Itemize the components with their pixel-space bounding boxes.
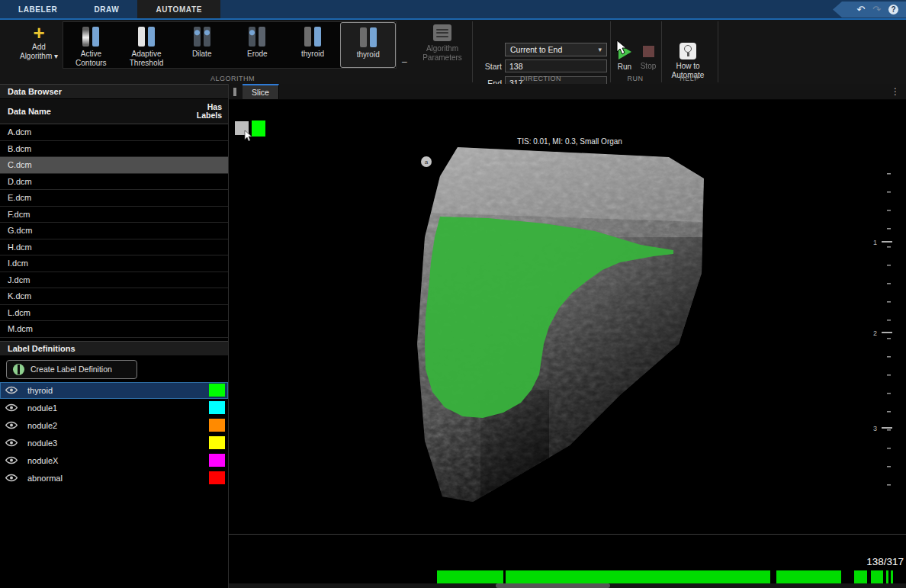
labeled-slice-segment[interactable] [871,570,883,583]
undo-icon[interactable]: ↶ [856,5,865,14]
data-row[interactable]: L.dcm [0,305,228,322]
labeled-slice-segment[interactable] [776,570,841,583]
data-row[interactable]: M.dcm [0,321,228,338]
start-label: Start [479,62,502,71]
tab-draw[interactable]: DRAW [76,0,137,18]
create-label-definition-label: Create Label Definition [31,365,112,374]
label-row[interactable]: noduleX [0,452,228,469]
labeled-slice-segment[interactable] [886,570,888,583]
gallery-item-dilate[interactable]: Dilate [174,22,230,68]
label-name: noduleX [18,456,209,465]
label-definitions-header: Label Definitions [0,341,228,356]
eye-icon[interactable] [5,439,18,447]
data-row-name: K.dcm [8,291,31,300]
start-slice-input[interactable] [505,59,607,72]
label-row[interactable]: abnormal [0,470,228,487]
ultrasound-slice-canvas[interactable]: TIS: 0.01, MI: 0.3, Small Organ a 1 2 3 [229,100,906,534]
direction-dropdown[interactable]: Current to End ▾ [505,43,607,56]
data-row-name: D.dcm [8,177,32,186]
tab-slice[interactable]: Slice [243,84,279,99]
viewer-options-icon[interactable]: ⋮ [891,86,900,97]
slice-position-label: 138/317 [866,556,904,567]
stop-button-disabled[interactable]: Stop [638,46,659,71]
add-algorithm-button[interactable]: + Add Algorithm ▾ [15,23,63,73]
label-row[interactable]: nodule3 [0,435,228,451]
slice-scrollbar[interactable] [229,583,906,588]
data-row-name: C.dcm [8,160,32,169]
column-data-name: Data Name [8,107,51,116]
data-row-selected[interactable]: C.dcm [0,157,228,174]
quick-access-toolbar: ↶ ↷ ? [833,2,906,18]
data-row[interactable]: E.dcm [0,190,228,207]
data-row[interactable]: G.dcm [0,223,228,239]
data-row[interactable]: D.dcm [0,174,228,191]
dilate-icon [194,27,210,47]
label-color-swatch[interactable] [209,436,225,449]
algorithm-parameters-button-disabled[interactable]: Algorithm Parameters [416,24,468,63]
gallery-overflow-icon[interactable]: – [402,56,407,67]
gallery-item-thyroid-1[interactable]: thyroid [285,22,341,68]
create-label-definition-button[interactable]: Create Label Definition [6,360,137,379]
how-to-label-1: How to [676,62,699,71]
eye-icon[interactable] [5,421,18,429]
section-label-algorithm: ALGORITHM [210,75,255,82]
tab-automate[interactable]: AUTOMATE [137,0,220,18]
data-row[interactable]: A.dcm [0,124,228,141]
data-row[interactable]: B.dcm [0,141,228,158]
labeled-slice-segment[interactable] [854,570,867,583]
eye-icon[interactable] [5,456,18,464]
data-row-name: B.dcm [8,144,31,153]
label-row[interactable]: nodule1 [0,400,228,416]
data-browser-panel: Data Browser Data Name Has Labels A.dcm … [0,84,229,588]
algorithm-parameters-label-1: Algorithm [426,44,458,53]
label-color-swatch[interactable] [209,384,225,397]
panel-toggle-icon[interactable] [229,84,241,99]
eye-icon[interactable] [5,474,18,482]
labeled-slice-segment[interactable] [506,570,770,583]
ruler-label-3: 3 [873,425,877,432]
data-browser-column-header: Data Name Has Labels [0,99,228,124]
label-color-swatch[interactable] [209,471,225,484]
data-row[interactable]: H.dcm [0,239,228,256]
ultrasound-viewer[interactable]: TIS: 0.01, MI: 0.3, Small Organ a 1 2 3 [229,100,906,534]
gallery-label: Erode [247,50,268,59]
redo-icon[interactable]: ↷ [872,5,881,14]
slice-scrollbar-thumb[interactable] [496,583,610,588]
orientation-marker-letter: a [425,159,429,165]
label-row-selected[interactable]: thyroid [0,382,228,399]
label-name: abnormal [18,474,209,483]
label-color-swatch[interactable] [209,419,225,432]
help-icon[interactable]: ? [888,5,898,14]
column-has-labels: Has Labels [197,103,222,120]
tab-labeler[interactable]: LABELER [0,0,76,18]
active-contours-icon [82,27,99,47]
thyroid-algorithm-icon [304,27,321,47]
adaptive-threshold-icon [138,27,155,47]
data-row-name: I.dcm [8,259,28,268]
data-row[interactable]: J.dcm [0,272,228,289]
data-row[interactable]: K.dcm [0,288,228,305]
label-color-swatch[interactable] [209,401,225,414]
data-row-name: F.dcm [8,210,30,219]
stop-label: Stop [641,62,657,71]
add-algorithm-label-1: Add [32,43,46,52]
eye-icon[interactable] [5,386,18,394]
slider-segments[interactable] [229,535,906,588]
labeled-slice-segment[interactable] [891,570,893,583]
gallery-item-active-contours[interactable]: Active Contours [63,22,119,68]
stop-icon [643,46,654,57]
section-separator [718,21,718,82]
slice-viewer-area: Slice ⋮ [229,84,906,588]
gallery-item-adaptive-threshold[interactable]: Adaptive Threshold [119,22,175,68]
run-label: Run [618,63,631,72]
labeled-slice-segment[interactable] [437,570,503,583]
parameters-form-icon [433,24,451,41]
eye-icon[interactable] [5,403,18,412]
label-row[interactable]: nodule2 [0,417,228,434]
data-row[interactable]: F.dcm [0,207,228,223]
gallery-item-erode[interactable]: Erode [230,22,285,68]
gallery-item-thyroid-2-selected[interactable]: thyroid [340,22,396,68]
data-row[interactable]: I.dcm [0,255,228,272]
label-list: thyroid nodule1 nodule2 nodule3 noduleX [0,382,228,487]
label-color-swatch[interactable] [209,454,225,467]
